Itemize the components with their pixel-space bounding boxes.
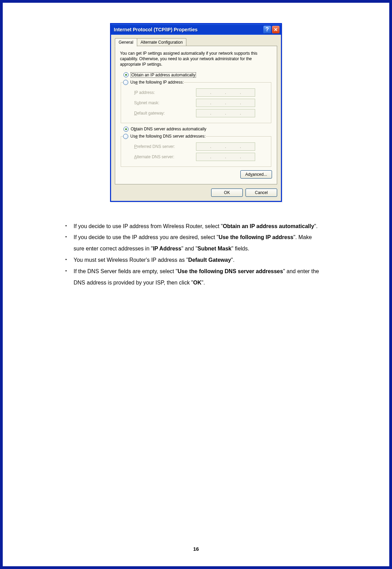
text-bold: Use the following IP address [219, 234, 294, 240]
tab-pane-general: You can get IP settings assigned automat… [115, 46, 277, 184]
text-bold: OK [193, 280, 202, 286]
alternate-dns-row: Alternate DNS server: ... [134, 153, 268, 161]
text-run: ". [314, 223, 318, 229]
text-run: If you decide to use IP address from Wir… [74, 223, 223, 229]
default-gateway-label: Default gateway: [134, 111, 196, 116]
tab-alternate-configuration[interactable]: Alternate Configuration [137, 38, 187, 46]
preferred-dns-row: Preferred DNS server: ... [134, 142, 268, 151]
subnet-mask-row: Subnet mask: ... [134, 99, 268, 107]
text-run: If the DNS Server fields are empty, sele… [74, 268, 177, 274]
radio-icon [123, 127, 129, 132]
subnet-mask-label: Subnet mask: [134, 100, 196, 105]
text-bold: IP Address [153, 246, 182, 251]
page-number: 16 [3, 546, 389, 552]
subnet-mask-input[interactable]: ... [196, 99, 255, 107]
dialog-titlebar: Internet Protocol (TCP/IP) Properties ? … [111, 23, 281, 35]
advanced-row: Advanced... [120, 170, 272, 179]
text-run: If you decide to use the IP address you … [74, 234, 219, 240]
radio-label: Obtain DNS server address automatically [131, 127, 206, 131]
document-page: Internet Protocol (TCP/IP) Properties ? … [0, 0, 392, 569]
preferred-dns-label: Preferred DNS server: [134, 144, 196, 149]
manual-dns-group: Use the following DNS server addresses: … [121, 134, 271, 167]
close-icon[interactable]: ✕ [272, 26, 280, 33]
text-run: You must set Wireless Router's IP addres… [74, 257, 188, 263]
list-item: If you decide to use the IP address you … [63, 232, 323, 255]
text-bold: Default Gateway [188, 257, 231, 263]
radio-use-following-ip[interactable]: Use the following IP address: [123, 80, 184, 85]
text-run: " fields. [231, 246, 249, 251]
tab-bar: General Alternate Configuration [115, 38, 277, 46]
default-gateway-row: Default gateway: ... [134, 109, 268, 117]
help-icon[interactable]: ? [263, 26, 271, 33]
radio-label-text: Obtain an IP address automatically [131, 73, 195, 77]
text-run: ". [202, 280, 205, 286]
advanced-button[interactable]: Advanced... [240, 170, 272, 179]
radio-label: Obtain an IP address automatically [131, 72, 196, 78]
text-run: ". [231, 257, 235, 263]
ip-address-input[interactable]: ... [196, 88, 255, 97]
dialog-title: Internet Protocol (TCP/IP) Properties [114, 27, 263, 32]
list-item: If the DNS Server fields are empty, sele… [63, 266, 323, 289]
titlebar-buttons: ? ✕ [263, 26, 280, 33]
ip-address-row: IP address: ... [134, 88, 268, 97]
description-text: You can get IP settings assigned automat… [120, 51, 272, 67]
tcpip-properties-dialog: Internet Protocol (TCP/IP) Properties ? … [110, 23, 282, 202]
page-content: Internet Protocol (TCP/IP) Properties ? … [8, 8, 384, 561]
preferred-dns-input[interactable]: ... [196, 142, 255, 151]
instruction-list: If you decide to use IP address from Wir… [63, 221, 323, 289]
cancel-button[interactable]: Cancel [246, 189, 277, 197]
radio-icon [123, 80, 128, 85]
ok-button[interactable]: OK [211, 189, 243, 197]
alternate-dns-label: Alternate DNS server: [134, 154, 196, 159]
text-run: " and " [181, 246, 197, 251]
radio-icon [123, 72, 129, 77]
radio-use-following-dns[interactable]: Use the following DNS server addresses: [123, 134, 206, 139]
dialog-body: General Alternate Configuration You can … [111, 35, 281, 201]
tab-general[interactable]: General [115, 38, 137, 46]
ip-address-label: IP address: [134, 90, 196, 95]
alternate-dns-input[interactable]: ... [196, 153, 255, 161]
dialog-footer: OK Cancel [115, 189, 277, 197]
default-gateway-input[interactable]: ... [196, 109, 255, 117]
radio-label: Use the following DNS server addresses: [130, 134, 206, 139]
manual-ip-group: Use the following IP address: IP address… [121, 80, 271, 123]
radio-icon [123, 134, 128, 139]
list-item: If you decide to use IP address from Wir… [63, 221, 323, 232]
text-bold: Use the following DNS server addresses [177, 268, 283, 274]
radio-label: Use the following IP address: [130, 80, 184, 85]
text-bold: Obtain an IP address automatically [223, 223, 314, 229]
radio-obtain-dns-auto[interactable]: Obtain DNS server address automatically [123, 127, 272, 132]
text-bold: Subnet Mask [197, 246, 231, 251]
radio-obtain-ip-auto[interactable]: Obtain an IP address automatically [123, 72, 272, 78]
list-item: You must set Wireless Router's IP addres… [63, 255, 323, 266]
